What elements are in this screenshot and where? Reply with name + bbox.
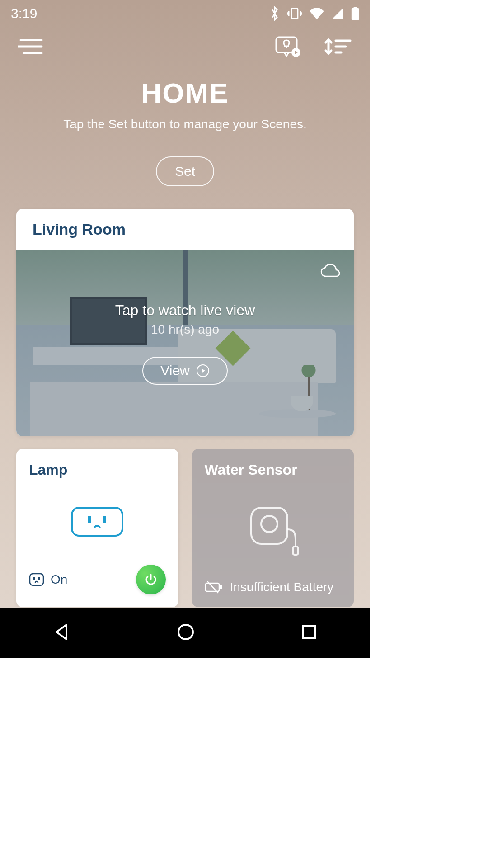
power-icon: [144, 573, 158, 586]
sort-icon[interactable]: [324, 36, 352, 59]
svg-point-13: [261, 516, 277, 532]
camera-live-view[interactable]: Tap to watch live view 10 hr(s) ago View: [16, 250, 354, 436]
system-nav-bar: [0, 608, 370, 658]
svg-rect-7: [88, 516, 91, 523]
cell-signal-icon: [331, 8, 344, 19]
water-sensor-status: Insufficient Battery: [230, 580, 334, 594]
device-name: Lamp: [29, 462, 166, 478]
svg-rect-18: [303, 626, 315, 638]
power-button[interactable]: [136, 565, 166, 594]
plug-small-icon: [29, 573, 44, 586]
status-icons: [270, 6, 359, 21]
battery-low-icon: [205, 580, 223, 594]
vibrate-icon: [287, 7, 302, 20]
svg-point-17: [178, 625, 193, 639]
room-name: Living Room: [33, 221, 338, 238]
svg-rect-2: [354, 7, 357, 8]
svg-rect-8: [103, 516, 106, 523]
smart-plug-icon: [70, 506, 124, 538]
view-button-label: View: [160, 363, 189, 378]
svg-rect-9: [30, 574, 43, 585]
play-icon: [196, 364, 210, 377]
room-thumbnail: [16, 250, 354, 436]
battery-icon: [351, 7, 359, 20]
status-time: 3:19: [11, 6, 37, 21]
device-card-water-sensor[interactable]: Water Sensor Insufficient Battery: [192, 449, 354, 607]
cloud-icon: [320, 264, 340, 280]
live-view-timestamp: 10 hr(s) ago: [151, 322, 219, 337]
recent-apps-button[interactable]: [300, 623, 318, 643]
svg-rect-1: [352, 8, 359, 20]
bluetooth-icon: [270, 6, 280, 21]
page-subtitle: Tap the Set button to manage your Scenes…: [9, 117, 361, 132]
menu-icon[interactable]: [18, 37, 44, 58]
device-card-lamp[interactable]: Lamp On: [16, 449, 178, 607]
device-name: Water Sensor: [205, 462, 342, 478]
svg-rect-12: [251, 508, 287, 544]
content-area: Living Room Tap to watch live view 10 hr…: [0, 186, 370, 608]
lamp-status: On: [51, 572, 67, 587]
back-button[interactable]: [52, 622, 72, 644]
home-button[interactable]: [176, 622, 196, 644]
svg-rect-10: [33, 577, 35, 580]
set-button[interactable]: Set: [156, 156, 214, 186]
svg-rect-16: [220, 585, 222, 589]
notification-camera-icon[interactable]: [274, 35, 301, 60]
svg-rect-6: [72, 508, 122, 536]
view-button[interactable]: View: [142, 357, 227, 385]
page-header: HOME Tap the Set button to manage your S…: [0, 68, 370, 186]
svg-rect-11: [38, 577, 40, 580]
wifi-icon: [310, 8, 324, 19]
water-sensor-icon: [246, 502, 300, 557]
top-nav: [0, 27, 370, 68]
svg-rect-14: [293, 547, 298, 555]
page-title: HOME: [9, 77, 361, 109]
status-bar: 3:19: [0, 0, 370, 27]
room-card[interactable]: Living Room Tap to watch live view 10 hr…: [16, 209, 354, 436]
live-view-title: Tap to watch live view: [115, 302, 255, 319]
room-header: Living Room: [16, 209, 354, 250]
svg-rect-0: [291, 9, 298, 19]
